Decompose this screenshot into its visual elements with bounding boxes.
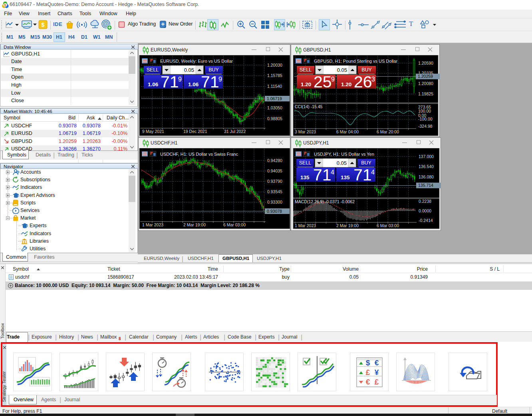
- svg-text:9: 9: [331, 76, 335, 83]
- svg-text:5: 5: [4, 3, 6, 7]
- svg-text:71: 71: [201, 73, 219, 91]
- svg-text:0.93545: 0.93545: [267, 189, 282, 194]
- svg-text:$: $: [366, 359, 370, 367]
- svg-text:9: 9: [178, 76, 182, 83]
- svg-text:4: 4: [371, 169, 375, 176]
- svg-text:-100.00: -100.00: [418, 117, 433, 121]
- svg-text:£: £: [375, 378, 379, 386]
- svg-text:6 Mar 20:00: 6 Mar 20:00: [377, 129, 399, 134]
- svg-text:136.080: 136.080: [419, 174, 434, 179]
- svg-text:CCI(14) -15.45: CCI(14) -15.45: [295, 104, 323, 109]
- svg-text:SELL: SELL: [299, 160, 312, 166]
- svg-text:EURUSD, Weekly: Euro vs US Dol: EURUSD, Weekly: Euro vs US Dollar: [160, 59, 233, 63]
- svg-text:1.20259: 1.20259: [418, 74, 433, 79]
- svg-text:0.05: 0.05: [184, 67, 194, 73]
- svg-text:4: 4: [331, 169, 334, 176]
- svg-text:1 Mar 2023: 1 Mar 2023: [142, 222, 163, 227]
- svg-text:SELL: SELL: [300, 67, 312, 73]
- svg-text:0.2238: 0.2238: [419, 199, 431, 204]
- svg-text:1.19825: 1.19825: [418, 91, 433, 96]
- svg-text:3 Mar 2023: 3 Mar 2023: [295, 129, 316, 134]
- svg-text:1.11540: 1.11540: [267, 84, 282, 89]
- svg-text:0.94035: 0.94035: [267, 168, 282, 173]
- svg-text:6 Mar 03:00: 6 Mar 03:00: [377, 223, 399, 228]
- svg-text:1.20: 1.20: [341, 81, 351, 87]
- svg-text:71: 71: [353, 166, 372, 184]
- svg-text:1.06: 1.06: [188, 81, 199, 87]
- svg-text:MACD(12,26,9) -0.0371 -0.0062: MACD(12,26,9) -0.0371 -0.0062: [295, 199, 355, 204]
- svg-text:1.20: 1.20: [301, 81, 311, 87]
- svg-text:25: 25: [314, 73, 332, 91]
- svg-text:1.06719: 1.06719: [267, 96, 282, 101]
- svg-text:2 Mar 19:00: 2 Mar 19:00: [336, 223, 359, 228]
- svg-text:1.06: 1.06: [148, 81, 159, 87]
- svg-text:137.000: 137.000: [419, 154, 434, 159]
- svg-text:136.540: 136.540: [419, 164, 434, 169]
- svg-text:¥: ¥: [375, 368, 379, 376]
- svg-text:BUY: BUY: [361, 160, 371, 166]
- svg-text:$: $: [42, 22, 45, 28]
- svg-text:9 May 2021: 9 May 2021: [142, 129, 164, 134]
- svg-text:£: £: [366, 368, 370, 376]
- svg-text:GBPUSD, H1: Pound Sterling vs: GBPUSD, H1: Pound Sterling vs US Dollar: [314, 59, 397, 63]
- svg-text:1.20590: 1.20590: [418, 61, 433, 65]
- svg-text:USDJPY, H1: US Dollar vs Yen: USDJPY, H1: US Dollar vs Yen: [314, 152, 374, 156]
- svg-text:31 Jul 2022: 31 Jul 2022: [224, 129, 246, 134]
- svg-text:0.93300: 0.93300: [267, 200, 282, 204]
- svg-text:BUY: BUY: [361, 67, 372, 73]
- svg-text:9: 9: [218, 76, 222, 83]
- svg-text:-0.2414: -0.2414: [419, 218, 433, 223]
- svg-text:135: 135: [300, 174, 310, 180]
- svg-text:0.93078: 0.93078: [267, 209, 282, 214]
- svg-text:3: 3: [371, 76, 375, 83]
- svg-text:19 Dec 2021: 19 Dec 2021: [183, 129, 207, 134]
- svg-text:6 Mar 03:00: 6 Mar 03:00: [223, 222, 246, 227]
- svg-text:1.15785: 1.15785: [267, 73, 282, 78]
- svg-text:1 Mar 2023: 1 Mar 2023: [295, 223, 316, 228]
- svg-text:USDCHF, H1: US Dollar vs Swis: USDCHF, H1: US Dollar vs Swiss Franc: [160, 152, 238, 156]
- svg-text:1.20030: 1.20030: [267, 63, 282, 67]
- svg-text:0.94280: 0.94280: [267, 158, 282, 163]
- svg-text:135: 135: [341, 174, 350, 180]
- svg-text:0.93790: 0.93790: [267, 179, 282, 184]
- svg-text:0.0000: 0.0000: [419, 208, 431, 213]
- svg-text:135.714: 135.714: [418, 183, 433, 188]
- svg-text:0.98805: 0.98805: [267, 116, 282, 121]
- svg-text:71: 71: [161, 73, 179, 91]
- svg-text:€: €: [375, 359, 379, 367]
- svg-text:1.03050: 1.03050: [267, 105, 282, 110]
- svg-text:6 Mar 04:00: 6 Mar 04:00: [336, 129, 359, 134]
- svg-text:€: €: [366, 378, 370, 386]
- svg-text:2 Mar 19:00: 2 Mar 19:00: [183, 222, 206, 227]
- svg-text:0.05: 0.05: [337, 160, 347, 166]
- svg-text:-324.98: -324.98: [418, 124, 433, 129]
- svg-text:1.20080: 1.20080: [418, 81, 433, 86]
- svg-text:SELL: SELL: [147, 67, 159, 73]
- svg-text:0.05: 0.05: [337, 67, 347, 73]
- svg-text:26: 26: [354, 73, 372, 91]
- svg-text:71: 71: [313, 166, 332, 184]
- svg-text:BUY: BUY: [208, 67, 219, 73]
